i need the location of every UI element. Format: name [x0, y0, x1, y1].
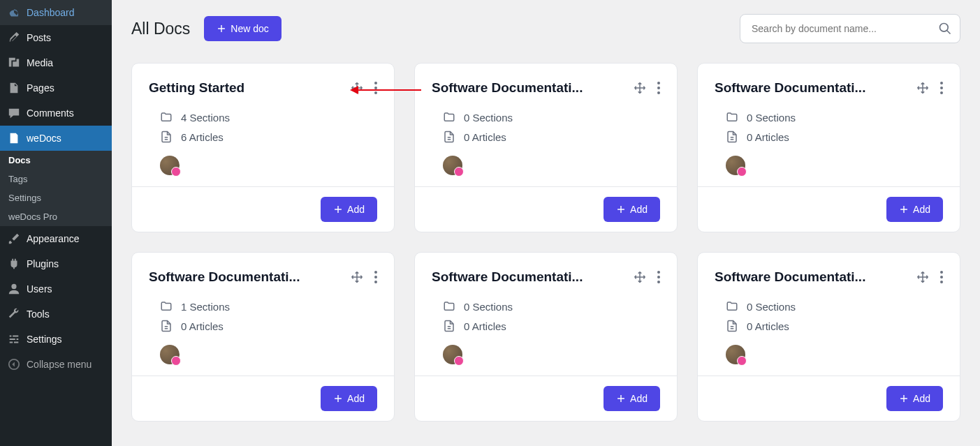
svg-point-16 [657, 276, 660, 278]
move-icon[interactable] [916, 82, 929, 94]
plus-icon [899, 394, 909, 403]
page-header: All Docs New doc [131, 14, 960, 43]
sidebar-item-label: Users [27, 283, 52, 295]
page-icon [7, 81, 21, 95]
sidebar-item-label: Plugins [27, 258, 59, 269]
move-icon[interactable] [351, 82, 363, 94]
move-icon[interactable] [634, 271, 646, 283]
admin-sidebar: Dashboard Posts Media Pages Comments weD… [0, 0, 112, 446]
svg-point-14 [374, 281, 377, 283]
add-button[interactable]: Add [604, 386, 660, 411]
sidebar-item-collapse[interactable]: Collapse menu [0, 352, 112, 377]
add-button[interactable]: Add [886, 386, 943, 411]
main-content: All Docs New doc Getting Started 4 [112, 0, 980, 446]
folder-icon [160, 111, 173, 124]
doc-card: Software Documentati... 0 Sections 0 Art… [697, 252, 960, 422]
doc-title[interactable]: Software Documentati... [432, 80, 583, 96]
avatar[interactable] [726, 345, 745, 364]
plus-icon [333, 205, 343, 214]
svg-point-9 [940, 82, 943, 84]
add-button[interactable]: Add [886, 197, 943, 222]
add-button[interactable]: Add [321, 197, 377, 222]
more-icon[interactable] [374, 271, 377, 283]
doc-icon [7, 131, 21, 145]
move-icon[interactable] [351, 271, 363, 283]
articles-stat: 0 Articles [432, 131, 660, 143]
article-icon [160, 320, 173, 332]
sections-text: 0 Sections [747, 301, 796, 313]
submenu-item-docs[interactable]: Docs [0, 151, 112, 170]
media-icon [7, 56, 21, 70]
more-icon[interactable] [374, 82, 377, 94]
search-input[interactable] [740, 14, 960, 43]
doc-card: Getting Started 4 Sections 6 Articles Ad… [131, 63, 395, 232]
move-icon[interactable] [916, 271, 929, 283]
articles-stat: 6 Articles [149, 131, 377, 143]
submenu-item-settings[interactable]: Settings [0, 188, 112, 207]
more-icon[interactable] [657, 271, 660, 283]
svg-point-12 [374, 271, 377, 274]
doc-title[interactable]: Software Documentati... [715, 80, 865, 96]
sidebar-item-dashboard[interactable]: Dashboard [0, 0, 112, 25]
sidebar-item-comments[interactable]: Comments [0, 101, 112, 126]
sidebar-item-label: Posts [27, 32, 51, 43]
sidebar-item-label: weDocs [27, 133, 61, 144]
articles-stat: 0 Articles [715, 320, 943, 332]
avatar[interactable] [443, 156, 462, 175]
sidebar-item-posts[interactable]: Posts [0, 25, 112, 50]
plus-icon [616, 205, 626, 214]
svg-point-5 [374, 91, 377, 94]
svg-point-10 [940, 87, 943, 89]
more-icon[interactable] [940, 82, 943, 94]
sidebar-item-label: Collapse menu [27, 359, 92, 370]
more-icon[interactable] [940, 271, 943, 283]
sidebar-item-media[interactable]: Media [0, 50, 112, 75]
sections-text: 1 Sections [181, 301, 230, 313]
avatar[interactable] [726, 156, 745, 175]
add-label: Add [630, 393, 648, 404]
sections-stat: 0 Sections [432, 111, 660, 124]
new-doc-button[interactable]: New doc [204, 16, 281, 41]
articles-text: 0 Articles [181, 320, 224, 332]
avatar[interactable] [160, 345, 180, 364]
avatar[interactable] [160, 156, 180, 175]
svg-point-17 [657, 281, 660, 283]
article-icon [726, 320, 738, 332]
folder-icon [160, 300, 173, 313]
svg-point-20 [940, 281, 943, 283]
folder-icon [726, 300, 738, 313]
add-label: Add [913, 393, 930, 404]
sidebar-item-appearance[interactable]: Appearance [0, 226, 112, 251]
sidebar-item-users[interactable]: Users [0, 276, 112, 302]
svg-point-18 [940, 271, 943, 274]
doc-title[interactable]: Software Documentati... [432, 269, 583, 285]
sidebar-item-pages[interactable]: Pages [0, 75, 112, 101]
doc-title[interactable]: Software Documentati... [149, 269, 300, 285]
plus-icon [217, 24, 226, 34]
move-icon[interactable] [634, 82, 646, 94]
article-icon [726, 131, 738, 143]
more-icon[interactable] [657, 82, 660, 94]
pin-icon [7, 31, 21, 45]
sections-text: 0 Sections [747, 112, 796, 124]
sidebar-item-wedocs[interactable]: weDocs [0, 126, 112, 151]
doc-title[interactable]: Software Documentati... [715, 269, 865, 285]
avatar[interactable] [443, 345, 462, 364]
search-container [740, 14, 960, 43]
svg-point-4 [374, 87, 377, 89]
submenu-item-tags[interactable]: Tags [0, 170, 112, 188]
sidebar-item-settings[interactable]: Settings [0, 327, 112, 352]
svg-point-19 [940, 276, 943, 278]
sidebar-item-plugins[interactable]: Plugins [0, 251, 112, 276]
add-button[interactable]: Add [604, 197, 660, 222]
sections-stat: 0 Sections [432, 300, 660, 313]
sections-text: 0 Sections [464, 112, 513, 124]
dashboard-icon [7, 6, 21, 20]
sidebar-item-tools[interactable]: Tools [0, 302, 112, 327]
add-button[interactable]: Add [321, 386, 377, 411]
sidebar-item-label: Settings [27, 334, 62, 345]
sidebar-item-label: Media [27, 57, 53, 68]
submenu-item-wedocs-pro[interactable]: weDocs Pro [0, 207, 112, 226]
folder-icon [443, 300, 455, 313]
doc-title[interactable]: Getting Started [149, 80, 244, 96]
